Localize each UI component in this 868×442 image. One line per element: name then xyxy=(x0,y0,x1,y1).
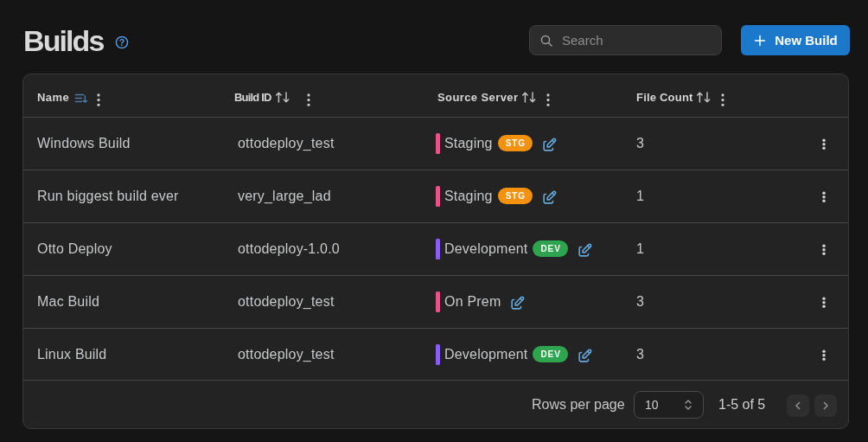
svg-text:?: ? xyxy=(119,37,124,48)
